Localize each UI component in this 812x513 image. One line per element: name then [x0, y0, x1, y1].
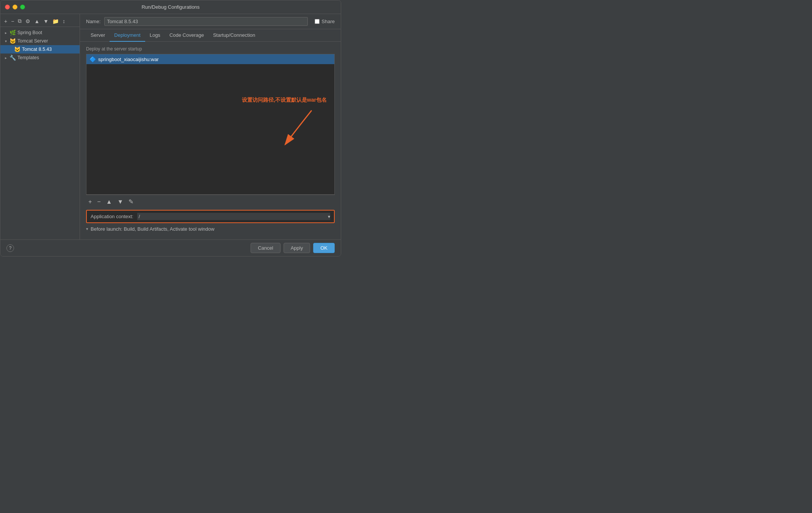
footer-left: ? — [6, 244, 14, 252]
deploy-add-button[interactable]: + — [87, 198, 93, 206]
maximize-button[interactable] — [20, 5, 25, 9]
move-up-button[interactable]: ▲ — [33, 17, 40, 25]
minimize-button[interactable] — [13, 5, 17, 9]
tab-deployment[interactable]: Deployment — [110, 29, 145, 42]
window-title: Run/Debug Configurations — [141, 4, 199, 10]
war-item-icon: 🔷 — [89, 56, 96, 62]
app-context-row: Application context: ▾ — [86, 210, 335, 223]
name-row: Name: Share — [80, 14, 341, 29]
deploy-list[interactable]: 🔷 springboot_xiaocaijishu:war 设置访问路径,不设置… — [86, 54, 335, 195]
before-launch-row: ▾ Before launch: Build, Build Artifacts,… — [86, 223, 335, 235]
annotation-arrow — [274, 107, 327, 152]
sidebar-item-tomcat-843[interactable]: 🐱 Tomcat 8.5.43 — [0, 45, 80, 54]
close-button[interactable] — [5, 5, 10, 9]
deploy-section-label: Deploy at the server startup — [86, 46, 335, 52]
right-panel: Name: Share Server Deployment Logs Code … — [80, 14, 341, 239]
move-down-button[interactable]: ▼ — [42, 17, 49, 25]
sort-button[interactable]: ↕ — [62, 17, 66, 25]
deploy-up-button[interactable]: ▲ — [105, 198, 114, 206]
sidebar-toolbar: + − ⧉ ⚙ ▲ ▼ 📁 ↕ — [0, 16, 80, 27]
deploy-container: 🔷 springboot_xiaocaijishu:war 设置访问路径,不设置… — [86, 54, 335, 223]
expand-arrow-spring-boot: ▸ — [3, 31, 8, 35]
deploy-item-war[interactable]: 🔷 springboot_xiaocaijishu:war — [86, 54, 334, 64]
templates-icon: 🔧 — [9, 55, 16, 61]
folder-button[interactable]: 📁 — [52, 17, 60, 25]
footer: ? Cancel Apply OK — [0, 239, 341, 256]
remove-config-button[interactable]: − — [10, 17, 15, 25]
add-config-button[interactable]: + — [3, 17, 8, 25]
tomcat-843-icon: 🐱 — [14, 46, 20, 52]
expand-arrow-tomcat-server: ▾ — [3, 39, 8, 43]
expand-arrow-tomcat-843 — [8, 47, 13, 52]
app-context-dropdown-icon[interactable]: ▾ — [328, 214, 330, 219]
help-button[interactable]: ? — [6, 244, 14, 252]
annotation-text: 设置访问路径,不设置默认是war包名 — [242, 97, 327, 104]
sidebar-item-spring-boot[interactable]: ▸ 🌿 Spring Boot — [0, 28, 80, 37]
sidebar-item-tomcat-server[interactable]: ▾ 🐱 Tomcat Server — [0, 37, 80, 45]
expand-arrow-templates: ▸ — [3, 56, 8, 60]
main-content: + − ⧉ ⚙ ▲ ▼ 📁 ↕ ▸ 🌿 Spring Boot ▾ 🐱 Tomc… — [0, 14, 341, 239]
deploy-edit-button[interactable]: ✎ — [127, 197, 135, 206]
wrench-icon: ⚙ — [25, 17, 31, 25]
app-context-label: Application context: — [91, 214, 133, 219]
traffic-lights — [5, 5, 25, 9]
spring-boot-label: Spring Boot — [17, 30, 42, 35]
before-launch-label: Before launch: Build, Build Artifacts, A… — [91, 226, 215, 232]
share-checkbox[interactable] — [315, 19, 320, 24]
tomcat-server-icon: 🐱 — [9, 38, 16, 44]
tomcat-server-label: Tomcat Server — [17, 38, 48, 44]
deploy-remove-button[interactable]: − — [96, 198, 102, 206]
ok-button[interactable]: OK — [313, 243, 335, 253]
sidebar-tree: ▸ 🌿 Spring Boot ▾ 🐱 Tomcat Server 🐱 Tomc… — [0, 27, 80, 239]
footer-right: Cancel Apply OK — [251, 243, 335, 253]
before-launch-arrow-icon: ▾ — [86, 227, 88, 231]
copy-config-button[interactable]: ⧉ — [17, 17, 22, 25]
tomcat-843-label: Tomcat 8.5.43 — [22, 47, 52, 52]
annotation-area: 设置访问路径,不设置默认是war包名 — [242, 97, 327, 152]
deploy-toolbar: + − ▲ ▼ ✎ — [86, 195, 335, 208]
sidebar-item-templates[interactable]: ▸ 🔧 Templates — [0, 54, 80, 62]
name-input[interactable] — [104, 17, 308, 26]
share-row: Share — [315, 19, 335, 24]
deploy-down-button[interactable]: ▼ — [116, 198, 125, 206]
panel-body: Deploy at the server startup 🔷 springboo… — [80, 42, 341, 239]
app-context-input[interactable] — [137, 213, 328, 220]
sidebar: + − ⧉ ⚙ ▲ ▼ 📁 ↕ ▸ 🌿 Spring Boot ▾ 🐱 Tomc… — [0, 14, 80, 239]
spring-boot-icon: 🌿 — [9, 30, 16, 36]
tab-code-coverage[interactable]: Code Coverage — [165, 29, 208, 42]
cancel-button[interactable]: Cancel — [251, 243, 280, 253]
tab-startup-connection[interactable]: Startup/Connection — [208, 29, 260, 42]
apply-button[interactable]: Apply — [284, 243, 310, 253]
title-bar: Run/Debug Configurations — [0, 0, 341, 14]
share-label: Share — [321, 19, 335, 24]
app-context-input-wrap: ▾ — [137, 213, 330, 220]
templates-label: Templates — [17, 55, 39, 60]
name-label: Name: — [86, 19, 100, 24]
tab-logs[interactable]: Logs — [145, 29, 165, 42]
tabs-row: Server Deployment Logs Code Coverage Sta… — [80, 29, 341, 42]
war-item-label: springboot_xiaocaijishu:war — [98, 57, 159, 62]
tab-server[interactable]: Server — [86, 29, 110, 42]
